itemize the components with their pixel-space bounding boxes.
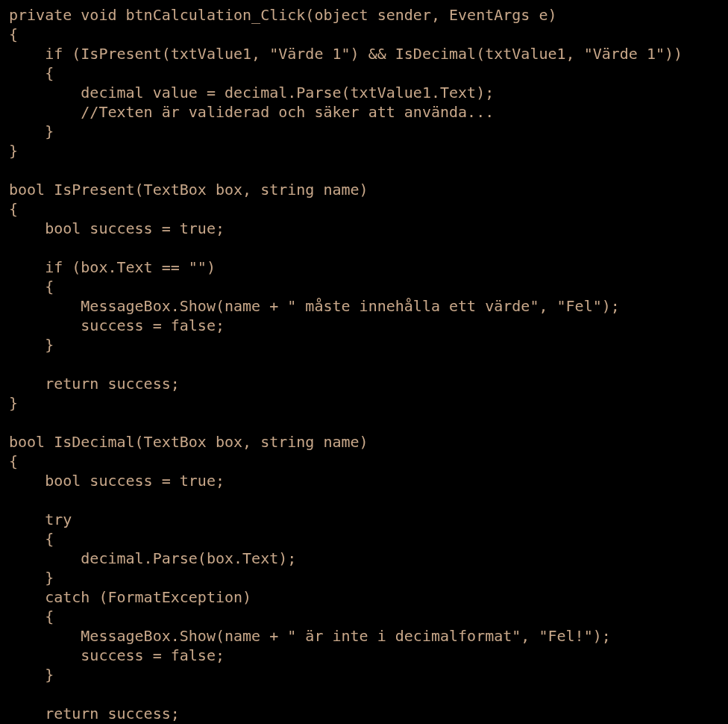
code-block: private void btnCalculation_Click(object… [0,0,728,724]
code-content: private void btnCalculation_Click(object… [9,6,682,724]
